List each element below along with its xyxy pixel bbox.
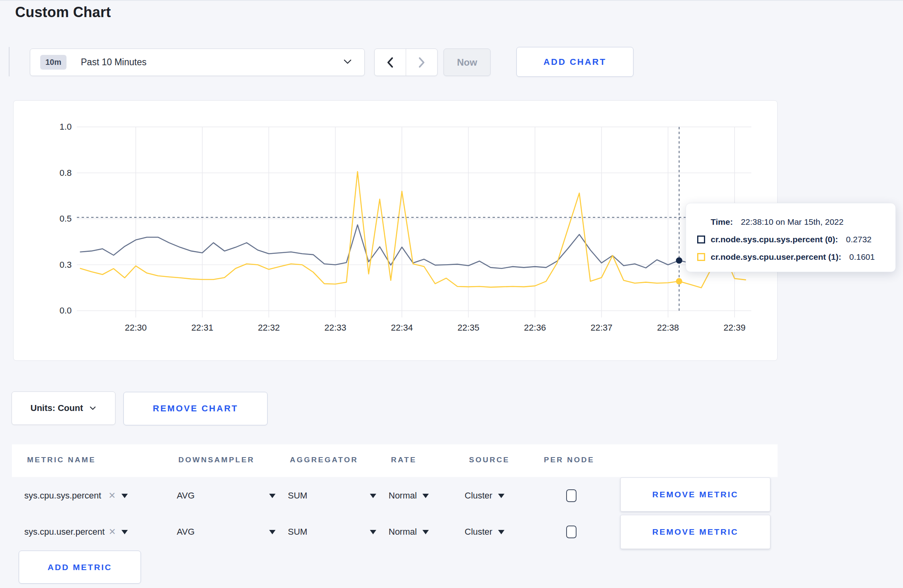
hover-marker [676,257,682,264]
source-value: Cluster [465,491,493,501]
tooltip-series-user-name: cr.node.sys.cpu.user.percent (1): [711,252,841,262]
downsampler-value: AVG [177,527,195,537]
source-dropdown[interactable]: Cluster [465,477,504,514]
aggregator-value: SUM [288,491,307,501]
time-pager [374,49,438,76]
column-header-rate: RATE [391,456,416,464]
hover-marker [676,278,682,284]
caret-down-icon [498,494,504,498]
chevron-right-icon [417,56,426,68]
add-metric-button[interactable]: ADD METRIC [19,551,141,584]
time-range-label: Past 10 Minutes [81,57,147,68]
timeseries-chart[interactable]: 0.00.30.50.81.022:3022:3122:3222:3322:34… [14,101,778,361]
aggregator-value: SUM [288,527,307,537]
caret-down-icon [269,494,276,498]
x-tick-label: 22:32 [258,323,280,333]
x-tick-label: 22:36 [524,323,546,333]
column-header-per-node: PER NODE [544,456,594,464]
caret-down-icon [370,530,376,534]
time-range-badge: 10m [40,55,66,70]
metric-row: sys.cpu.sys.percent ✕ AVG SUM Normal Clu… [12,477,778,514]
aggregator-dropdown[interactable]: SUM [288,513,376,551]
chart-card: 0.00.30.50.81.022:3022:3122:3222:3322:34… [13,100,778,361]
metric-name-dropdown[interactable]: sys.cpu.sys.percent ✕ [24,477,128,514]
y-tick-label: 0.0 [59,306,72,315]
rate-value: Normal [389,527,417,537]
x-tick-label: 22:39 [723,323,745,333]
y-tick-label: 1.0 [59,122,72,132]
tooltip-series-sys-value: 0.2732 [846,235,872,244]
x-tick-label: 22:38 [657,323,679,333]
time-range-dropdown[interactable]: 10m Past 10 Minutes [30,49,365,76]
x-tick-label: 22:35 [457,323,479,333]
caret-down-icon [422,494,429,498]
column-header-aggregator: AGGREGATOR [290,456,358,464]
remove-metric-button[interactable]: REMOVE METRIC [620,515,770,549]
caret-down-icon [370,494,376,498]
tooltip-time-value: 22:38:10 on Mar 15th, 2022 [741,217,844,227]
downsampler-dropdown[interactable]: AVG [177,477,276,514]
clear-metric-icon[interactable]: ✕ [108,491,115,500]
source-dropdown[interactable]: Cluster [465,513,504,551]
units-dropdown[interactable]: Units: Count [12,391,115,425]
per-node-checkbox[interactable] [566,489,577,502]
caret-down-icon [121,530,128,534]
toolbar-left-divider [9,47,10,76]
x-tick-label: 22:33 [324,323,346,333]
chart-hover-tooltip: Time: 22:38:10 on Mar 15th, 2022 cr.node… [686,203,896,272]
x-tick-label: 22:30 [125,323,147,333]
add-chart-button[interactable]: ADD CHART [516,47,633,77]
chevron-down-icon [343,58,352,66]
caret-down-icon [121,494,128,498]
metric-row: sys.cpu.user.percent ✕ AVG SUM Normal Cl… [12,513,778,551]
series-line [80,171,746,288]
units-label: Units: Count [31,403,83,413]
downsampler-value: AVG [177,491,195,501]
downsampler-dropdown[interactable]: AVG [177,513,276,551]
column-header-source: SOURCE [469,456,510,464]
aggregator-dropdown[interactable]: SUM [288,477,376,514]
tooltip-series-sys-name: cr.node.sys.cpu.sys.percent (0): [711,235,838,244]
y-tick-label: 0.5 [59,214,72,224]
series-sys-swatch-icon [697,236,705,243]
x-tick-label: 22:37 [590,323,612,333]
tooltip-series-user-value: 0.1601 [849,252,875,262]
chevron-left-icon [386,56,395,68]
clear-metric-icon[interactable]: ✕ [109,528,116,536]
series-user-swatch-icon [697,253,705,261]
remove-chart-button[interactable]: REMOVE CHART [123,392,268,425]
now-button[interactable]: Now [444,49,491,76]
y-tick-label: 0.8 [59,168,72,178]
tooltip-time-label: Time: [711,217,733,227]
rate-dropdown[interactable]: Normal [389,477,429,514]
caret-down-icon [269,530,276,534]
remove-metric-button[interactable]: REMOVE METRIC [620,477,770,512]
metric-name-dropdown[interactable]: sys.cpu.user.percent ✕ [24,513,128,551]
source-value: Cluster [465,527,493,537]
per-node-cell [566,513,577,551]
y-tick-label: 0.3 [59,260,72,270]
caret-down-icon [498,530,504,534]
x-tick-label: 22:34 [391,323,413,333]
x-tick-label: 22:31 [192,323,213,333]
prev-time-button[interactable] [375,49,406,76]
metric-name-value: sys.cpu.sys.percent [24,491,101,501]
column-header-downsampler: DOWNSAMPLER [178,456,255,464]
column-header-metric-name: METRIC NAME [27,456,96,464]
next-time-button[interactable] [406,49,438,76]
page-title: Custom Chart [15,4,111,21]
rate-value: Normal [389,491,417,501]
per-node-checkbox[interactable] [566,526,577,538]
metrics-table-header: METRIC NAME DOWNSAMPLER AGGREGATOR RATE … [12,444,778,477]
tooltip-series-row: cr.node.sys.cpu.sys.percent (0): 0.2732 [697,231,887,248]
tooltip-series-row: cr.node.sys.cpu.user.percent (1): 0.1601 [697,248,887,266]
caret-down-icon [422,530,429,534]
metric-name-value: sys.cpu.user.percent [24,527,105,537]
per-node-cell [566,477,577,514]
rate-dropdown[interactable]: Normal [389,513,429,551]
chevron-down-icon [89,406,96,411]
tooltip-time-row: Time: 22:38:10 on Mar 15th, 2022 [697,213,887,231]
